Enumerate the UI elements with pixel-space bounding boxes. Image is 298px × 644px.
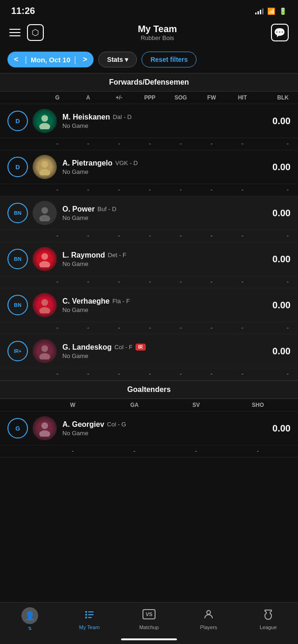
position-badge: G xyxy=(7,418,28,438)
player-row[interactable]: IR+ G. Landeskog Col - F IR No Game 0.00 xyxy=(0,334,298,368)
prev-date-button[interactable]: < xyxy=(9,54,23,65)
player-row[interactable]: D A. Pietrangelo VGK - D No Game 0.00 xyxy=(0,150,298,184)
col-w: W xyxy=(42,402,104,408)
svg-point-7 xyxy=(39,261,50,268)
forwards-section-header: Forwards/Defensemen xyxy=(0,73,298,92)
player-status: No Game xyxy=(62,260,268,267)
svg-point-8 xyxy=(41,299,48,305)
player-name: O. Power xyxy=(62,205,95,213)
forwards-columns-header: G A +/- PPP SOG FW HIT BLK xyxy=(0,92,298,104)
nav-item-profile[interactable]: 👤 ⇅ xyxy=(0,607,60,631)
stats-dropdown-button[interactable]: Stats ▾ xyxy=(98,52,137,67)
nav-label-matchup: Matchup xyxy=(139,624,159,630)
player-status: No Game xyxy=(62,306,268,313)
player-team: Col - G xyxy=(107,421,126,428)
svg-text:VS: VS xyxy=(146,611,153,617)
player-status: No Game xyxy=(62,122,268,129)
nav-label-my-team: My Team xyxy=(79,624,100,630)
col-ga: GA xyxy=(104,402,166,408)
nav-item-matchup[interactable]: VS Matchup xyxy=(119,609,179,630)
player-avatar xyxy=(33,109,57,133)
hamburger-icon[interactable] xyxy=(9,29,20,36)
nav-item-players[interactable]: Players xyxy=(179,609,238,630)
svg-rect-17 xyxy=(88,614,94,615)
next-date-button[interactable]: > xyxy=(78,54,92,65)
col-sv: SV xyxy=(165,402,227,408)
status-icons: 📶 🔋 xyxy=(255,7,287,15)
svg-point-11 xyxy=(39,353,50,360)
date-display: Mon, Oct 10 xyxy=(29,56,72,64)
svg-point-3 xyxy=(39,169,50,176)
league-icon xyxy=(263,609,274,623)
player-row[interactable]: BN C. Verhaeghe Fla - F No Game 0.00 xyxy=(0,288,298,322)
player-name: C. Verhaeghe xyxy=(62,297,109,305)
player-avatar xyxy=(33,339,57,363)
page-title: My Team xyxy=(138,24,177,34)
svg-point-5 xyxy=(39,215,50,222)
player-team: Buf - D xyxy=(97,206,116,212)
player-stats-row: - - - - - - - - xyxy=(0,322,298,334)
svg-point-14 xyxy=(85,611,87,613)
col-blk: BLK xyxy=(258,94,289,101)
shield-icon: ⬡ xyxy=(27,24,44,41)
battery-icon: 🔋 xyxy=(279,7,287,15)
chat-icon[interactable]: 💬 xyxy=(271,24,289,41)
player-team: Det - F xyxy=(108,252,127,259)
col-hit: HIT xyxy=(227,94,258,101)
nav-label-players: Players xyxy=(200,624,217,630)
position-badge: BN xyxy=(7,295,28,315)
player-info: C. Verhaeghe Fla - F No Game xyxy=(62,297,268,313)
goalies-section-header: Goaltenders xyxy=(0,380,298,399)
svg-point-6 xyxy=(41,253,48,259)
col-a: A xyxy=(73,94,103,101)
player-row[interactable]: D M. Heiskanen Dal - D No Game 0.00 xyxy=(0,104,298,138)
svg-point-16 xyxy=(85,614,87,616)
goalie-stats-row: - - - - xyxy=(0,445,298,458)
position-badge: D xyxy=(7,157,28,177)
nav-item-league[interactable]: League xyxy=(238,609,298,630)
player-row[interactable]: G A. Georgiev Col - G No Game 0.00 xyxy=(0,412,298,445)
player-avatar xyxy=(33,201,57,225)
player-avatar xyxy=(33,416,57,440)
players-icon xyxy=(203,609,214,623)
nav-label-league: League xyxy=(260,624,277,630)
player-status: No Game xyxy=(62,352,268,359)
player-name: A. Georgiev xyxy=(62,420,104,429)
col-pm: +/- xyxy=(104,94,135,101)
svg-point-2 xyxy=(41,161,48,167)
date-navigator: < | Mon, Oct 10 | > xyxy=(7,52,94,67)
player-score: 0.00 xyxy=(272,208,291,219)
goalies-columns-header: W GA SV SHO xyxy=(0,399,298,412)
svg-point-12 xyxy=(41,422,48,429)
player-status: No Game xyxy=(62,168,268,175)
svg-point-1 xyxy=(39,123,50,130)
player-row[interactable]: BN O. Power Buf - D No Game 0.00 xyxy=(0,196,298,230)
svg-point-10 xyxy=(41,345,48,352)
player-name: A. Pietrangelo xyxy=(62,159,113,167)
player-info: M. Heiskanen Dal - D No Game xyxy=(62,113,268,129)
player-avatar xyxy=(33,293,57,317)
nav-item-my-team[interactable]: My Team xyxy=(60,609,119,630)
status-time: 11:26 xyxy=(11,6,35,16)
svg-rect-19 xyxy=(88,617,92,618)
player-status: No Game xyxy=(62,430,268,437)
player-status: No Game xyxy=(62,214,268,221)
player-stats-row: - - - - - - - - xyxy=(0,276,298,288)
reset-filters-button[interactable]: Reset filters xyxy=(142,52,196,67)
position-badge: BN xyxy=(7,203,28,223)
position-badge: BN xyxy=(7,249,28,269)
header: ⬡ My Team Rubber Bois 💬 xyxy=(0,19,298,48)
player-row[interactable]: BN L. Raymond Det - F No Game 0.00 xyxy=(0,242,298,276)
player-team: Dal - D xyxy=(113,113,131,120)
profile-avatar: 👤 xyxy=(21,607,38,624)
home-indicator xyxy=(121,638,177,640)
col-sho: SHO xyxy=(227,402,289,408)
player-score: 0.00 xyxy=(272,254,291,265)
svg-rect-15 xyxy=(88,611,94,612)
player-score: 0.00 xyxy=(272,300,291,311)
svg-point-22 xyxy=(207,611,210,614)
player-team: Fla - F xyxy=(112,298,130,305)
player-info: A. Pietrangelo VGK - D No Game xyxy=(62,159,268,175)
player-stats-row: - - - - - - - - xyxy=(0,230,298,242)
status-bar: 11:26 📶 🔋 xyxy=(0,0,298,19)
